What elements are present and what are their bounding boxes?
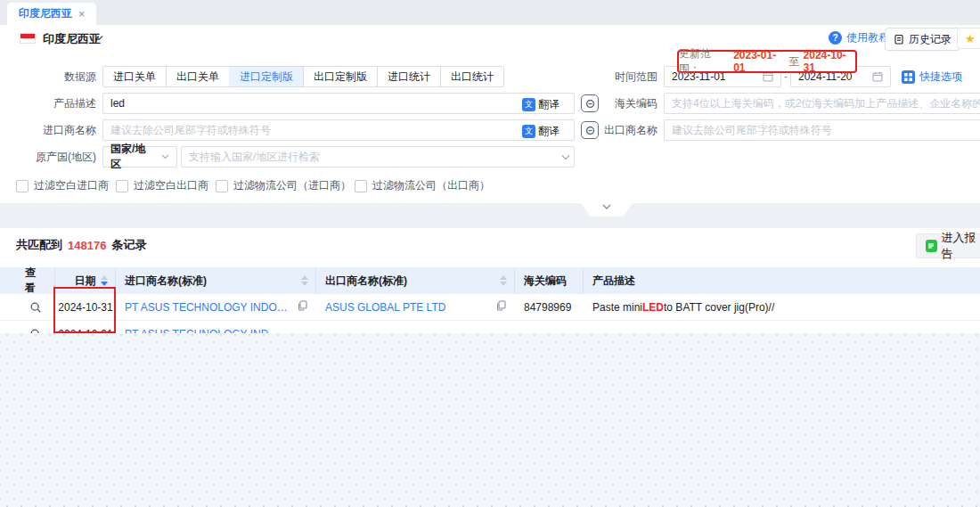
checkbox-label: 过滤空白进口商 (34, 178, 109, 193)
data-source-tabs: 进口关单 出口关单 进口定制版 出口定制版 进口统计 出口统计 (102, 66, 504, 87)
checkbox-label: 过滤空白出口商 (134, 178, 208, 193)
tab-import-custom-edition[interactable]: 进口定制版 (229, 67, 303, 86)
exporter-link[interactable]: ASUS GLOBAL PTE LTD (325, 301, 445, 314)
sort-icon[interactable] (301, 275, 308, 286)
chevron-down-icon (601, 203, 612, 210)
hs-code-label: 海关编码 (570, 93, 657, 114)
history-icon (894, 34, 904, 45)
checkbox-filter-logistics-importer[interactable]: 过滤物流公司（进口商） (216, 178, 351, 193)
translate-button[interactable]: 文 翻译 (522, 97, 559, 112)
checkbox-icon (216, 180, 228, 192)
tab-indonesia[interactable]: 印度尼西亚 × (7, 3, 96, 25)
origin-country-input[interactable] (181, 146, 575, 168)
update-range-banner: 更新范围： 2023-01-01 至 2024-10-31 (677, 50, 857, 73)
view-magnifier-icon[interactable] (29, 301, 42, 314)
page-header: 印度尼西亚 ? 使用教程 历史记录 ★ (0, 25, 980, 52)
product-desc-label: 产品描述 (0, 93, 96, 114)
panel-gap (0, 203, 980, 228)
view-magnifier-icon[interactable] (29, 328, 42, 334)
tab-export-declarations[interactable]: 出口关单 (166, 67, 229, 86)
results-summary: 共匹配到 148176 条记录 (16, 237, 146, 253)
history-button[interactable]: 历史记录 (885, 28, 960, 51)
favorite-button[interactable]: ★ (957, 28, 980, 49)
tab-import-declarations[interactable]: 进口关单 (103, 67, 166, 86)
column-header-importer[interactable]: 进口商名称(标准) (116, 267, 316, 294)
tutorial-label: 使用教程 (846, 30, 889, 45)
sort-icon[interactable] (101, 275, 108, 286)
column-header-hs-code: 海关编码 (515, 267, 584, 294)
column-header-exporter[interactable]: 出口商名称(标准) (316, 267, 515, 294)
tab-import-statistics[interactable]: 进口统计 (377, 67, 440, 86)
tutorial-link[interactable]: ? 使用教程 (829, 30, 889, 45)
translate-icon: 文 (522, 98, 535, 111)
cell-hs-code: 84798969 (515, 294, 584, 320)
report-icon (926, 240, 937, 252)
table-row: 2024-10-31 PT ASUS TECHNOLOGY IND (0, 321, 980, 333)
quick-options-label: 快捷选项 (919, 70, 962, 85)
results-prefix: 共匹配到 (16, 237, 62, 253)
hs-code-input[interactable] (664, 93, 980, 114)
cell-date: 2024-10-31 (55, 294, 116, 320)
origin-type-select[interactable]: 国家/地区 (102, 146, 177, 168)
translate-button[interactable]: 文 翻译 (522, 124, 559, 139)
history-label: 历史记录 (909, 32, 951, 47)
sort-icon[interactable] (500, 275, 507, 286)
question-circle-icon: ? (829, 31, 842, 45)
update-end-date: 2024-10-31 (804, 49, 855, 74)
cell-product-desc: Paste miniLED to BATT cover jig(Pro)// (584, 294, 980, 320)
update-to-word: 至 (789, 54, 800, 70)
checkbox-filter-logistics-exporter[interactable]: 过滤物流公司（出口商） (355, 178, 490, 193)
checkbox-filter-blank-exporter[interactable]: 过滤空白出口商 (116, 178, 208, 193)
tab-title: 印度尼西亚 (19, 6, 72, 21)
tab-export-statistics[interactable]: 出口统计 (440, 67, 503, 86)
tab-export-custom-edition[interactable]: 出口定制版 (303, 67, 377, 86)
cell-date: 2024-10-31 (55, 321, 116, 333)
column-header-date[interactable]: 日期 (55, 267, 116, 294)
importer-name-label: 进口商名称 (0, 119, 96, 141)
enter-report-label: 进入报告 (942, 230, 980, 262)
origin-country-label: 原产国(地区) (0, 146, 96, 168)
filter-panel: 数据源 进口关单 出口关单 进口定制版 出口定制版 进口统计 出口统计 时间范围… (0, 52, 980, 203)
translate-label: 翻译 (538, 124, 559, 139)
table-row: 2024-10-31 PT ASUS TECHNOLOGY INDONESIA … (0, 294, 980, 321)
checkbox-icon (16, 180, 29, 192)
column-header-product-desc: 产品描述 (584, 267, 980, 294)
exporter-name-input[interactable] (664, 119, 980, 141)
app-root: 印度尼西亚 × 印度尼西亚 ? 使用教程 历史记录 ★ 更新范围： 2023-0… (0, 0, 980, 507)
copy-icon[interactable] (491, 300, 506, 314)
tab-bar: 印度尼西亚 × (0, 0, 980, 25)
origin-type-value: 国家/地区 (110, 142, 156, 172)
chevron-down-icon[interactable] (94, 35, 103, 41)
chevron-down-icon (161, 154, 169, 159)
importer-link[interactable]: PT ASUS TECHNOLOGY INDONESIA BA... (125, 301, 292, 314)
time-range-label: 时间范围 (570, 66, 657, 87)
chevron-down-icon[interactable] (561, 154, 570, 160)
checkbox-icon (355, 180, 367, 192)
search-highlight: LED (642, 301, 664, 314)
copy-icon[interactable] (292, 300, 307, 314)
quick-options-link[interactable]: 快捷选项 (902, 70, 962, 85)
translate-label: 翻译 (538, 97, 559, 112)
importer-link[interactable]: PT ASUS TECHNOLOGY IND (125, 328, 268, 334)
indonesia-flag-icon (20, 33, 36, 44)
country-title: 印度尼西亚 (43, 31, 101, 47)
table-header: 查看 日期 进口商名称(标准) 出口商名称(标准) 海关编码 产品描述 (0, 267, 980, 294)
update-range-label: 更新范围： (679, 46, 730, 77)
importer-name-input[interactable] (102, 119, 575, 141)
translate-icon: 文 (522, 125, 535, 138)
checkbox-filter-blank-importer[interactable]: 过滤空白进口商 (16, 178, 109, 193)
results-panel: 共匹配到 148176 条记录 进入报告 查看 日期 进口商名称(标准) 出口商… (0, 228, 980, 333)
close-icon[interactable]: × (78, 7, 86, 20)
enter-report-button[interactable]: 进入报告 (916, 233, 980, 258)
checkbox-label: 过滤物流公司（进口商） (233, 178, 351, 193)
product-desc-input[interactable] (102, 93, 575, 114)
results-count: 148176 (68, 239, 106, 252)
update-start-date: 2023-01-01 (733, 49, 785, 74)
column-header-view: 查看 (16, 267, 55, 294)
checkbox-label: 过滤物流公司（出口商） (372, 178, 490, 193)
grid-icon (902, 70, 915, 84)
star-icon: ★ (965, 32, 976, 45)
calendar-icon (872, 71, 883, 82)
data-source-label: 数据源 (0, 66, 96, 87)
results-suffix: 条记录 (111, 237, 146, 253)
